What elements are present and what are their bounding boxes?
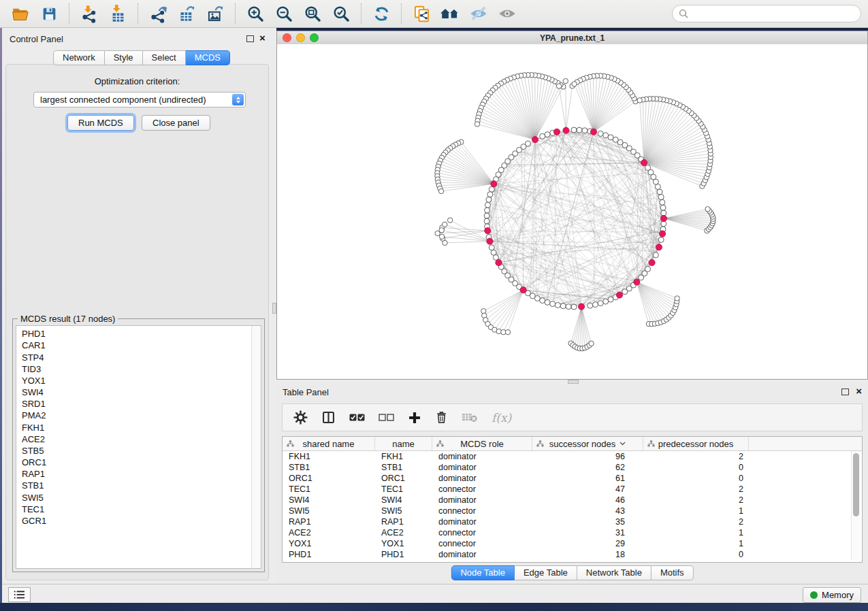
cell[interactable]: 1: [643, 538, 749, 549]
criterion-select[interactable]: largest connected component (undirected): [33, 92, 246, 108]
cell[interactable]: 61: [532, 473, 643, 484]
cell[interactable]: ORC1: [375, 473, 432, 484]
cell[interactable]: 1: [643, 506, 749, 516]
table-row[interactable]: SWI4SWI4dominator462: [283, 495, 862, 506]
cell[interactable]: dominator: [432, 516, 532, 527]
float-panel-icon[interactable]: [246, 35, 254, 42]
mcds-result-item[interactable]: CAR1: [16, 340, 261, 352]
mcds-result-item[interactable]: TEC1: [16, 504, 261, 516]
mcds-result-item[interactable]: ORC1: [16, 457, 261, 469]
cell[interactable]: dominator: [432, 462, 532, 473]
table-scrollbar[interactable]: [851, 451, 861, 560]
tab-edge-table[interactable]: Edge Table: [515, 565, 577, 580]
cell[interactable]: SWI5: [375, 506, 432, 516]
zoom-out-icon[interactable]: [270, 2, 298, 25]
table-row[interactable]: TEC1TEC1connector472: [283, 484, 862, 495]
cell[interactable]: 96: [532, 451, 643, 462]
cell[interactable]: RAP1: [283, 516, 375, 527]
column-header-shared-name[interactable]: shared name: [283, 437, 375, 450]
cell[interactable]: TEC1: [375, 484, 432, 495]
tab-select[interactable]: Select: [143, 50, 186, 65]
zoom-selected-icon[interactable]: [327, 2, 355, 25]
column-header-MCDS-role[interactable]: MCDS role: [432, 437, 532, 450]
tab-style[interactable]: Style: [105, 50, 143, 65]
cell[interactable]: dominator: [432, 473, 532, 484]
scrollbar-thumb[interactable]: [853, 453, 859, 516]
task-history-button[interactable]: [8, 587, 31, 602]
cell[interactable]: RAP1: [375, 516, 432, 527]
cell[interactable]: dominator: [432, 549, 532, 560]
cell[interactable]: 2: [643, 495, 749, 506]
cell[interactable]: 35: [532, 516, 643, 527]
cell[interactable]: 0: [643, 549, 749, 560]
zoom-in-icon[interactable]: [242, 2, 269, 25]
table-row[interactable]: FKH1FKH1dominator962: [283, 451, 862, 462]
cell[interactable]: SWI4: [375, 495, 432, 506]
float-panel-icon[interactable]: [841, 389, 849, 395]
cell[interactable]: SWI5: [283, 506, 375, 516]
show-column-icon[interactable]: [321, 410, 336, 425]
close-panel-button[interactable]: Close panel: [142, 115, 210, 131]
network-window-titlebar[interactable]: YPA_prune.txt_1: [277, 31, 867, 45]
search-input[interactable]: [692, 8, 854, 20]
cell[interactable]: 2: [643, 516, 749, 527]
export-table-icon[interactable]: [173, 2, 200, 25]
import-table-icon[interactable]: [104, 2, 131, 25]
delete-row-icon[interactable]: [435, 410, 448, 425]
cell[interactable]: YOX1: [375, 538, 432, 549]
table-row[interactable]: SWI5SWI5connector431: [283, 506, 862, 516]
mcds-result-item[interactable]: SWI4: [16, 387, 261, 399]
cell[interactable]: dominator: [432, 451, 532, 462]
cell[interactable]: 29: [532, 538, 643, 549]
cell[interactable]: STB1: [375, 462, 432, 473]
cell[interactable]: 0: [643, 473, 749, 484]
refresh-view-icon[interactable]: [368, 2, 395, 25]
show-all-icon[interactable]: [494, 2, 521, 25]
export-image-icon[interactable]: [202, 2, 229, 25]
table-row[interactable]: ORC1ORC1dominator610: [283, 473, 862, 484]
mcds-result-item[interactable]: PHD1: [16, 329, 261, 340]
network-graph[interactable]: [277, 44, 867, 379]
table-options-icon[interactable]: [293, 410, 308, 425]
mcds-result-item[interactable]: YOX1: [16, 376, 261, 387]
run-mcds-button[interactable]: Run MCDS: [67, 115, 134, 131]
mcds-result-item[interactable]: SWI5: [16, 492, 261, 503]
cell[interactable]: 62: [532, 462, 643, 473]
mcds-result-item[interactable]: ACE2: [16, 434, 261, 446]
cell[interactable]: 31: [532, 527, 643, 538]
mcds-result-item[interactable]: STB5: [16, 446, 261, 457]
cell[interactable]: connector: [432, 538, 532, 549]
memory-button[interactable]: Memory: [803, 587, 861, 603]
mcds-result-item[interactable]: FKH1: [16, 422, 261, 433]
cell[interactable]: 47: [532, 484, 643, 495]
cell[interactable]: connector: [432, 527, 532, 538]
clone-network-icon[interactable]: [408, 2, 435, 25]
mcds-result-item[interactable]: GCR1: [16, 516, 261, 527]
tab-node-table[interactable]: Node Table: [451, 565, 515, 580]
add-row-icon[interactable]: [408, 411, 421, 425]
cell[interactable]: 1: [643, 527, 749, 538]
cell[interactable]: ACE2: [283, 527, 375, 538]
mcds-result-item[interactable]: SRD1: [16, 399, 261, 410]
first-neighbors-icon[interactable]: [436, 2, 464, 25]
close-panel-icon[interactable]: ×: [259, 35, 266, 42]
mcds-result-item[interactable]: TID3: [16, 364, 261, 376]
save-session-icon[interactable]: [35, 2, 63, 25]
cell[interactable]: 46: [532, 495, 643, 506]
mcds-result-item[interactable]: PMA2: [16, 410, 261, 422]
cell[interactable]: TEC1: [283, 484, 375, 495]
import-network-icon[interactable]: [76, 2, 103, 25]
close-panel-icon[interactable]: ×: [856, 388, 862, 395]
tab-network-table[interactable]: Network Table: [577, 565, 652, 580]
cell[interactable]: ACE2: [375, 527, 432, 538]
table-row[interactable]: ACE2ACE2connector311: [283, 527, 862, 538]
export-network-icon[interactable]: [144, 2, 172, 25]
select-all-icon[interactable]: [349, 413, 365, 422]
cell[interactable]: SWI4: [283, 495, 375, 506]
cell[interactable]: 18: [532, 549, 643, 560]
column-header-successor-nodes[interactable]: successor nodes: [532, 437, 643, 450]
cell[interactable]: connector: [432, 484, 532, 495]
column-header-name[interactable]: name: [375, 437, 432, 450]
cell[interactable]: PHD1: [283, 549, 375, 560]
mcds-list-scrollbar[interactable]: [251, 326, 261, 568]
